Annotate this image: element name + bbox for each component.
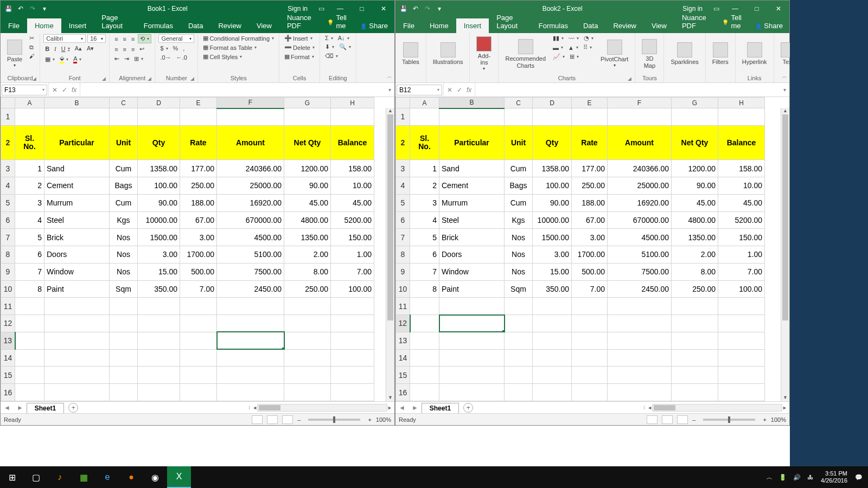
view-break-button[interactable] xyxy=(677,415,688,424)
hyperlink-button[interactable]: Hyperlink xyxy=(739,34,770,74)
enter-formula-icon[interactable]: ✓ xyxy=(62,86,67,94)
cell[interactable]: Paint xyxy=(439,280,505,298)
cell[interactable]: 4800.00 xyxy=(284,211,331,229)
row-header[interactable]: 8 xyxy=(1,246,15,264)
cell[interactable] xyxy=(138,332,180,349)
vertical-scrollbar[interactable]: ▲▼ xyxy=(781,108,789,401)
cell[interactable] xyxy=(718,384,765,401)
sparklines-button[interactable]: Sparklines xyxy=(667,34,701,74)
row-header[interactable]: 16 xyxy=(1,384,15,401)
delete-cells-button[interactable]: ➖ Delete xyxy=(283,43,316,52)
cell[interactable] xyxy=(217,349,284,367)
pivotchart-button[interactable]: PivotChart▾ xyxy=(597,34,631,74)
cell[interactable] xyxy=(110,349,138,367)
cell[interactable]: 90.00 xyxy=(533,194,572,211)
cell[interactable]: Brick xyxy=(44,229,110,246)
italic-button[interactable]: I xyxy=(53,45,58,53)
col-header[interactable]: H xyxy=(718,98,765,108)
cell[interactable]: Doors xyxy=(44,246,110,264)
cell[interactable]: 1350.00 xyxy=(672,229,718,246)
cell[interactable] xyxy=(44,108,110,126)
cell[interactable] xyxy=(331,349,374,367)
cell[interactable] xyxy=(180,332,217,349)
cell[interactable]: 5200.00 xyxy=(718,211,765,229)
cell[interactable] xyxy=(44,298,110,315)
zoom-level[interactable]: 100% xyxy=(376,416,391,423)
cell[interactable]: 25000.00 xyxy=(217,177,284,195)
cell[interactable] xyxy=(439,298,505,315)
cell[interactable]: 250.00 xyxy=(672,280,718,298)
cell[interactable] xyxy=(138,349,180,367)
cell[interactable]: 10.00 xyxy=(331,177,374,195)
cell[interactable] xyxy=(410,332,439,349)
formula-input[interactable] xyxy=(80,83,385,97)
cell[interactable]: 250.00 xyxy=(572,177,608,195)
align-right-button[interactable]: ≡ xyxy=(130,46,136,53)
cell[interactable] xyxy=(15,298,44,315)
cell[interactable] xyxy=(505,108,533,126)
zoom-slider[interactable] xyxy=(703,419,755,421)
cell[interactable]: 158.00 xyxy=(331,160,374,177)
tell-me[interactable]: Tell me xyxy=(717,10,749,33)
worksheet[interactable]: ABCDEFGH12Sl.No.ParticularUnitQtyRateAmo… xyxy=(1,97,394,401)
row-header[interactable]: 16 xyxy=(396,384,410,401)
cell[interactable] xyxy=(284,384,331,401)
cell[interactable] xyxy=(331,384,374,401)
cell[interactable]: 1 xyxy=(15,160,44,177)
cell[interactable]: 7.00 xyxy=(331,263,374,280)
area-chart-button[interactable]: ▲ xyxy=(566,44,580,52)
cell[interactable]: 8.00 xyxy=(672,263,718,280)
cell[interactable] xyxy=(284,332,331,349)
cell[interactable]: Cement xyxy=(44,177,110,195)
cell[interactable] xyxy=(608,332,672,349)
cell[interactable] xyxy=(331,315,374,332)
tab-page-layout[interactable]: Page Layout xyxy=(489,10,531,33)
col-header[interactable]: G xyxy=(672,98,718,108)
row-header[interactable]: 9 xyxy=(1,263,15,280)
cell[interactable] xyxy=(15,367,44,384)
collapse-ribbon-icon[interactable]: ︿ xyxy=(782,73,787,80)
col-header[interactable]: H xyxy=(331,98,374,108)
cell[interactable]: Brick xyxy=(439,229,505,246)
cell[interactable]: 250.00 xyxy=(284,280,331,298)
cell[interactable]: 5200.00 xyxy=(331,211,374,229)
cell[interactable]: 2.00 xyxy=(284,246,331,264)
conditional-formatting-button[interactable]: ▦ Conditional Formatting xyxy=(201,34,276,42)
cell[interactable] xyxy=(44,332,110,349)
cell[interactable] xyxy=(284,108,331,126)
cell[interactable]: 5 xyxy=(15,229,44,246)
cell[interactable] xyxy=(533,349,572,367)
pie-chart-button[interactable]: ◔ xyxy=(582,34,595,42)
cell[interactable]: Rate xyxy=(572,125,608,160)
autosum-button[interactable]: Σ xyxy=(323,34,335,42)
cell[interactable]: Sl.No. xyxy=(15,125,44,160)
fx-icon[interactable]: fx xyxy=(72,86,76,94)
cell[interactable]: 7.00 xyxy=(718,263,765,280)
col-header[interactable]: E xyxy=(572,98,608,108)
maximize-button[interactable]: □ xyxy=(351,1,373,17)
cell[interactable]: Sqm xyxy=(505,280,533,298)
cell[interactable]: 240366.00 xyxy=(217,160,284,177)
cell[interactable] xyxy=(110,367,138,384)
cell[interactable] xyxy=(217,367,284,384)
cell[interactable] xyxy=(410,298,439,315)
cell[interactable]: Unit xyxy=(110,125,138,160)
cell[interactable]: Rate xyxy=(180,125,217,160)
cell[interactable] xyxy=(110,108,138,126)
taskbar-excel[interactable]: X xyxy=(167,466,191,488)
cell[interactable] xyxy=(110,315,138,332)
cell[interactable]: 4800.00 xyxy=(672,211,718,229)
tray-network-icon[interactable]: 🖧 xyxy=(804,474,816,480)
cell[interactable] xyxy=(439,332,505,349)
sheet-tab-sheet1[interactable]: Sheet1 xyxy=(422,403,459,413)
view-layout-button[interactable] xyxy=(267,415,278,424)
row-header[interactable]: 3 xyxy=(396,160,410,177)
cell[interactable]: 45.00 xyxy=(331,194,374,211)
cell[interactable] xyxy=(718,298,765,315)
cell[interactable]: 5100.00 xyxy=(608,246,672,264)
undo-icon[interactable] xyxy=(16,4,25,14)
comma-button[interactable]: , xyxy=(181,44,186,52)
start-button[interactable]: ⊞ xyxy=(0,466,24,488)
cell[interactable]: 2450.00 xyxy=(608,280,672,298)
view-normal-button[interactable] xyxy=(647,415,658,424)
